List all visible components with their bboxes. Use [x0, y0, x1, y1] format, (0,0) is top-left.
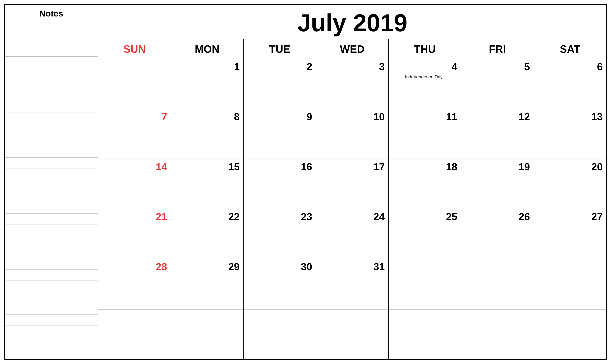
day-cell: 16: [244, 159, 316, 209]
day-cell: 21: [98, 209, 171, 259]
note-line[interactable]: [5, 169, 98, 180]
note-line[interactable]: [5, 79, 98, 90]
day-number: 9: [306, 112, 312, 122]
note-line[interactable]: [5, 157, 98, 169]
day-number: 12: [518, 112, 530, 122]
day-cell: [171, 310, 243, 359]
day-cell: 19: [461, 159, 534, 209]
note-line[interactable]: [5, 45, 98, 57]
day-number: 3: [379, 62, 385, 72]
note-line[interactable]: [5, 281, 98, 292]
day-cell: [389, 310, 461, 359]
day-number: 30: [301, 262, 312, 272]
day-number: 11: [446, 112, 457, 122]
note-line[interactable]: [5, 214, 98, 225]
day-header-thu: THU: [389, 39, 461, 59]
day-cell: 25: [389, 209, 461, 259]
calendar-section: July 2019 SUNMONTUEWEDTHUFRISAT 1234Inde…: [98, 5, 606, 359]
day-number: 22: [228, 212, 240, 222]
day-number: 18: [446, 162, 457, 172]
day-event: Independence Day: [390, 74, 457, 80]
note-line[interactable]: [5, 247, 98, 258]
day-cell: 15: [171, 159, 243, 209]
week-row-1: 1234Independence Day56: [98, 59, 606, 109]
note-line[interactable]: [5, 180, 98, 191]
weeks-container: 1234Independence Day56789101112131415161…: [98, 59, 606, 359]
day-cell: 24: [316, 209, 389, 259]
note-line[interactable]: [5, 146, 98, 157]
day-number: 2: [306, 62, 312, 72]
day-number: 1: [234, 62, 240, 72]
day-cell: [316, 310, 389, 359]
note-line[interactable]: [5, 326, 98, 337]
day-cell: 13: [534, 109, 606, 159]
day-cell: 10: [316, 109, 389, 159]
day-header-tue: TUE: [244, 39, 316, 59]
note-line[interactable]: [5, 23, 98, 34]
day-number: 28: [156, 262, 167, 272]
notes-lines: [5, 23, 98, 359]
week-row-2: 78910111213: [98, 109, 606, 159]
note-line[interactable]: [5, 202, 98, 214]
day-header-mon: MON: [171, 39, 243, 59]
note-line[interactable]: [5, 337, 98, 348]
day-cell: 5: [461, 59, 534, 109]
note-line[interactable]: [5, 68, 98, 79]
day-number: 23: [301, 212, 312, 222]
day-number: 31: [373, 262, 385, 272]
day-cell: [98, 59, 171, 109]
notes-header: Notes: [5, 5, 98, 23]
day-cell: 4Independence Day: [389, 59, 461, 109]
day-cell: 3: [316, 59, 389, 109]
note-line[interactable]: [5, 101, 98, 113]
day-number: 29: [228, 262, 240, 272]
note-line[interactable]: [5, 292, 98, 303]
day-cell: 28: [98, 259, 171, 309]
note-line[interactable]: [5, 314, 98, 326]
day-number: 16: [301, 162, 312, 172]
day-cell: 6: [534, 59, 606, 109]
notes-section: Notes: [5, 5, 98, 359]
day-cell: [244, 310, 316, 359]
note-line[interactable]: [5, 270, 98, 281]
day-number: 20: [591, 162, 603, 172]
note-line[interactable]: [5, 258, 98, 270]
day-cell: 1: [171, 59, 243, 109]
day-cell: 2: [244, 59, 316, 109]
calendar-title: July 2019: [98, 5, 606, 39]
day-number: 4: [452, 62, 457, 72]
note-line[interactable]: [5, 348, 98, 359]
note-line[interactable]: [5, 124, 98, 135]
day-cell: 27: [534, 209, 606, 259]
day-header-sat: SAT: [534, 39, 606, 59]
day-cell: 29: [171, 259, 243, 309]
day-number: 25: [446, 212, 457, 222]
note-line[interactable]: [5, 135, 98, 146]
day-number: 7: [161, 112, 167, 122]
day-cell: 8: [171, 109, 243, 159]
note-line[interactable]: [5, 191, 98, 202]
day-number: 27: [591, 212, 603, 222]
day-headers-row: SUNMONTUEWEDTHUFRISAT: [98, 39, 606, 59]
note-line[interactable]: [5, 34, 98, 45]
week-row-4: 21222324252627: [98, 209, 606, 259]
note-line[interactable]: [5, 236, 98, 247]
week-row-3: 14151617181920: [98, 159, 606, 209]
day-number: 26: [518, 212, 530, 222]
day-cell: [389, 259, 461, 309]
day-cell: 11: [389, 109, 461, 159]
note-line[interactable]: [5, 90, 98, 101]
note-line[interactable]: [5, 57, 98, 68]
note-line[interactable]: [5, 225, 98, 236]
day-header-fri: FRI: [461, 39, 534, 59]
day-number: 10: [373, 112, 385, 122]
day-cell: [534, 259, 606, 309]
day-number: 13: [591, 112, 603, 122]
note-line[interactable]: [5, 303, 98, 314]
day-number: 19: [518, 162, 530, 172]
day-cell: 22: [171, 209, 243, 259]
note-line[interactable]: [5, 113, 98, 124]
day-number: 24: [373, 212, 385, 222]
day-cell: [461, 259, 534, 309]
day-cell: 9: [244, 109, 316, 159]
